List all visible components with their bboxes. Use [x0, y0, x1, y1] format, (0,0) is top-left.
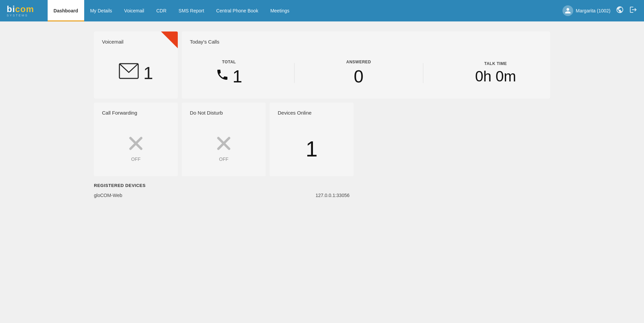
do-not-disturb-content: OFF — [190, 129, 258, 169]
nav-voicemail[interactable]: Voicemail — [118, 0, 150, 21]
nav-meetings[interactable]: Meetings — [264, 0, 296, 21]
stat-divider-2 — [423, 63, 423, 83]
avatar — [562, 5, 573, 16]
main-content: Voicemail 1 Today's Calls TOTAL — [0, 21, 644, 323]
user-name: Margarita (1002) — [576, 8, 611, 13]
nav-cdr[interactable]: CDR — [150, 0, 172, 21]
registered-device-row: gloCOM-Web 127.0.0.1:33056 — [94, 191, 350, 199]
nav-sms-report[interactable]: SMS Report — [172, 0, 210, 21]
talk-time-label: TALK TIME — [484, 61, 507, 66]
total-stat: TOTAL 1 — [216, 60, 242, 86]
registered-devices-title: REGISTERED DEVICES — [94, 183, 550, 188]
logo-text: bicom — [7, 5, 34, 13]
nav-dashboard[interactable]: Dashboard — [48, 0, 84, 21]
registered-devices-section: REGISTERED DEVICES gloCOM-Web 127.0.0.1:… — [94, 183, 550, 199]
call-forwarding-card: Call Forwarding OFF — [94, 103, 178, 176]
answered-stat: ANSWERED 0 — [346, 60, 371, 86]
total-value: 1 — [216, 66, 242, 86]
registered-device-ip: 127.0.0.1:33056 — [316, 193, 350, 198]
do-not-disturb-title: Do Not Disturb — [190, 110, 258, 116]
user-info[interactable]: Margarita (1002) — [562, 5, 611, 16]
top-row: Voicemail 1 Today's Calls TOTAL — [94, 31, 550, 99]
logout-icon[interactable] — [629, 6, 637, 16]
voicemail-card: Voicemail 1 — [94, 31, 178, 99]
header: bicom SYSTEMS Dashboard My Details Voice… — [0, 0, 644, 21]
voicemail-corner-indicator — [161, 31, 178, 48]
logo-bi: bi — [7, 4, 15, 14]
voicemail-content: 1 — [102, 55, 170, 91]
voicemail-count: 1 — [144, 63, 153, 83]
do-not-disturb-status: OFF — [219, 156, 228, 162]
devices-online-content: 1 — [278, 129, 345, 169]
do-not-disturb-off-icon — [216, 136, 231, 153]
answered-label: ANSWERED — [346, 60, 371, 64]
calls-stats: TOTAL 1 ANSWERED 0 — [190, 55, 542, 91]
devices-online-card: Devices Online 1 — [270, 103, 354, 176]
voicemail-title: Voicemail — [102, 39, 170, 45]
registered-device-name: gloCOM-Web — [94, 193, 122, 198]
call-forwarding-content: OFF — [102, 129, 170, 169]
globe-icon[interactable] — [616, 6, 624, 16]
bottom-row: Call Forwarding OFF Do Not Disturb — [94, 103, 550, 176]
talk-time-stat: TALK TIME 0h 0m — [475, 61, 516, 85]
logo: bicom SYSTEMS — [7, 5, 34, 17]
answered-value: 0 — [354, 66, 364, 86]
do-not-disturb-card: Do Not Disturb OFF — [182, 103, 266, 176]
talk-time-value: 0h 0m — [475, 68, 516, 85]
devices-online-count: 1 — [306, 137, 318, 162]
call-forwarding-status: OFF — [131, 156, 141, 162]
nav: Dashboard My Details Voicemail CDR SMS R… — [48, 0, 562, 21]
devices-online-title: Devices Online — [278, 110, 345, 116]
call-forwarding-title: Call Forwarding — [102, 110, 170, 116]
header-right: Margarita (1002) — [562, 5, 638, 16]
stat-divider-1 — [294, 63, 294, 83]
mail-icon — [119, 63, 139, 83]
phone-icon-stat — [216, 68, 229, 84]
call-forwarding-off-icon — [128, 136, 143, 153]
todays-calls-card: Today's Calls TOTAL 1 ANSWERED — [182, 31, 550, 99]
todays-calls-title: Today's Calls — [190, 39, 542, 45]
nav-central-phone-book[interactable]: Central Phone Book — [210, 0, 264, 21]
nav-my-details[interactable]: My Details — [84, 0, 118, 21]
logo-systems: SYSTEMS — [7, 14, 28, 17]
logo-com: com — [15, 4, 34, 14]
total-label: TOTAL — [222, 60, 236, 64]
